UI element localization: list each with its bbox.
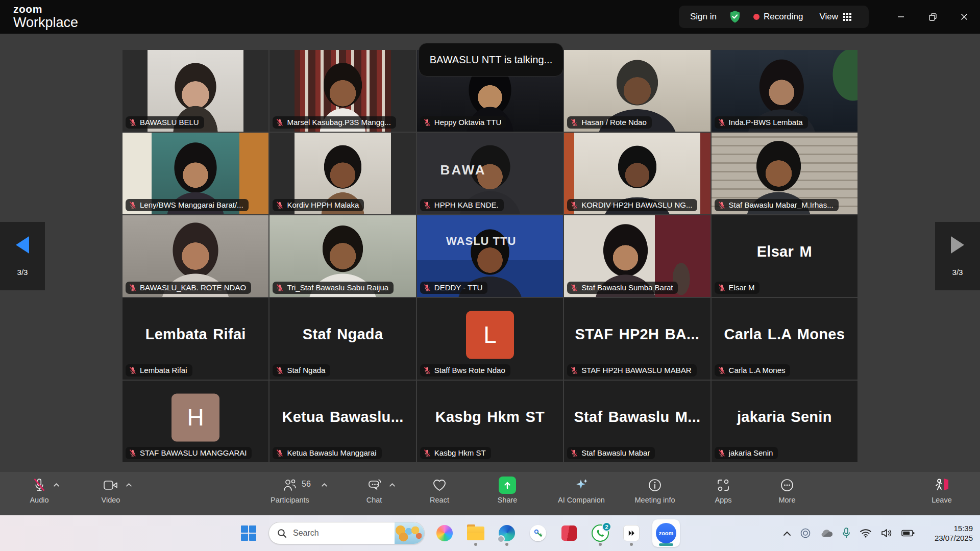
volume-icon[interactable] — [880, 528, 893, 538]
participant-name: HPPH KAB ENDE. — [434, 201, 499, 209]
prev-arrow-icon[interactable] — [16, 236, 29, 254]
key-icon — [533, 529, 543, 538]
participant-name-pill: Carla L.A Mones — [715, 364, 791, 377]
date-text: 23/07/2025 — [935, 533, 973, 543]
participant-tile-video[interactable]: Staf Bawaslu Sumba Barat — [564, 215, 710, 297]
participant-name-pill: KORDIV HP2H BAWASLU NG... — [567, 199, 697, 211]
participant-tile-name[interactable]: Lembata Rifai Lembata Rifai — [122, 298, 268, 380]
whatsapp-app-icon[interactable]: 2 — [589, 519, 611, 547]
participant-tile-name[interactable]: Kasbg Hkm ST Kasbg Hkm ST — [417, 381, 563, 462]
participant-name-pill: Heppy Oktavia TTU — [420, 116, 506, 129]
wifi-icon[interactable] — [860, 529, 872, 538]
meeting-info-button[interactable]: Meeting info — [622, 478, 688, 504]
audio-button[interactable]: Audio — [6, 478, 72, 504]
copilot-app-icon[interactable] — [433, 519, 456, 547]
security-shield-icon[interactable] — [729, 10, 741, 23]
participant-tile-video[interactable]: Hasan / Rote Ndao — [564, 50, 710, 132]
participants-button[interactable]: 56 Participants — [257, 478, 323, 504]
muted-mic-icon — [423, 284, 431, 292]
participant-tile-name[interactable]: Ketua Bawaslu... Ketua Bawaslu Manggarai — [270, 381, 415, 462]
chat-label: Chat — [366, 496, 382, 504]
participant-tile-video[interactable]: Marsel Kasubag.P3S Mangg... — [270, 50, 415, 132]
participant-name-pill: Inda.P-BWS Lembata — [715, 116, 808, 129]
share-label: Share — [498, 496, 518, 504]
participant-tile-name[interactable]: jakaria Senin jakaria Senin — [712, 381, 857, 462]
search-icon — [277, 529, 287, 538]
participant-tile-name[interactable]: Carla L.A Mones Carla L.A Mones — [712, 298, 857, 380]
participant-tile-name[interactable]: Elsar M Elsar M — [712, 215, 857, 297]
close-button[interactable] — [948, 0, 980, 34]
zoom-app-icon[interactable]: zoom — [651, 519, 681, 547]
participant-name-pill: STAF HP2H BAWASLU MABAR — [567, 364, 696, 377]
participant-name: DEDDY - TTU — [434, 283, 482, 292]
gallery-prev-page[interactable]: 3/3 — [0, 222, 45, 290]
participant-tile-video[interactable]: Tri_Staf Bawaslu Sabu Raijua — [270, 215, 415, 297]
participant-tile-video[interactable]: Leny/BWS Manggarai Barat/... — [122, 133, 268, 214]
audio-label: Audio — [30, 496, 48, 504]
participant-tile-name[interactable]: Staf Bawaslu M... Staf Bawaslu Mabar — [564, 381, 710, 462]
chat-menu-caret[interactable] — [389, 483, 396, 487]
participant-tile-name[interactable]: STAF HP2H BA... STAF HP2H BAWASLU MABAR — [564, 298, 710, 380]
participant-tile-avatar[interactable]: L Staff Bws Rote Ndao — [417, 298, 563, 380]
gallery-next-page[interactable]: 3/3 — [935, 222, 980, 290]
taskbar-clock[interactable]: 15:39 23/07/2025 — [935, 515, 973, 551]
react-button[interactable]: React — [406, 478, 473, 504]
video-label: Video — [102, 496, 120, 504]
view-button[interactable]: View — [819, 12, 852, 22]
capcut-glyph-icon — [627, 529, 636, 538]
participant-tile-video[interactable]: BAWASLU_KAB. ROTE NDAO — [122, 215, 268, 297]
camera-icon — [103, 479, 118, 491]
participant-display-name: Lembata Rifai — [122, 298, 268, 370]
next-arrow-icon[interactable] — [951, 236, 964, 254]
share-button[interactable]: Share — [474, 478, 541, 504]
sign-in-button[interactable]: Sign in — [690, 12, 717, 22]
participant-tile-video[interactable]: BAWASLU BELU — [122, 50, 268, 132]
participants-menu-caret[interactable] — [321, 483, 328, 487]
participant-tile-video[interactable]: Staf Bawaslu Mabar_M.Irhas... — [712, 133, 857, 214]
muted-mic-icon — [718, 118, 726, 127]
chat-button[interactable]: Chat — [341, 478, 407, 504]
participant-tile-video[interactable]: Inda.P-BWS Lembata — [712, 50, 857, 132]
battery-icon[interactable] — [901, 530, 915, 537]
taskbar-search[interactable]: Search — [268, 522, 425, 544]
tray-ring-icon[interactable] — [800, 528, 811, 539]
participant-name-pill: Kasbg Hkm ST — [420, 447, 491, 459]
red-app-icon[interactable] — [558, 519, 580, 547]
participant-name: Marsel Kasubag.P3S Mangg... — [287, 118, 390, 127]
video-button[interactable]: Video — [78, 478, 144, 504]
tray-overflow-chevron[interactable] — [783, 531, 791, 536]
time-text: 15:39 — [953, 523, 973, 534]
participant-display-name: Ketua Bawaslu... — [270, 381, 415, 453]
participant-name-pill: Ketua Bawaslu Manggarai — [273, 447, 381, 459]
avatar: L — [466, 311, 514, 359]
audio-menu-caret[interactable] — [53, 483, 60, 487]
muted-mic-icon — [423, 118, 431, 127]
participant-tile-video[interactable]: KORDIV HP2H BAWASLU NG... — [564, 133, 710, 214]
capcut-app-icon[interactable] — [620, 519, 643, 547]
leave-label: Leave — [932, 496, 952, 504]
participant-display-name: Carla L.A Mones — [712, 298, 857, 370]
participant-tile-video[interactable]: BAWA HPPH KAB ENDE. — [417, 133, 563, 214]
participant-name: Staf Bawaslu Mabar — [581, 448, 650, 457]
video-menu-caret[interactable] — [126, 483, 132, 487]
restore-button[interactable] — [917, 0, 948, 34]
participant-tile-avatar[interactable]: H STAF BAWASLU MANGGARAI — [122, 381, 268, 462]
password-key-app-icon[interactable] — [527, 519, 549, 547]
window-controls — [885, 0, 980, 34]
leave-button[interactable]: Leave — [909, 478, 975, 504]
participant-tile-video[interactable]: Kordiv HPPH Malaka — [270, 133, 415, 214]
search-highlight-art[interactable] — [395, 522, 424, 544]
apps-button[interactable]: Apps — [690, 478, 756, 504]
participant-tile-video[interactable]: WASLU TTU DEDDY - TTU — [417, 215, 563, 297]
view-label: View — [819, 12, 838, 22]
start-button[interactable] — [237, 519, 260, 547]
more-button[interactable]: More — [754, 478, 820, 504]
tray-mic-icon[interactable] — [842, 527, 851, 539]
muted-mic-icon — [276, 201, 284, 209]
edge-app-icon[interactable] — [496, 519, 518, 547]
onedrive-cloud-icon[interactable] — [820, 529, 833, 538]
file-explorer-app-icon[interactable] — [464, 519, 487, 547]
participant-tile-name[interactable]: Staf Ngada Staf Ngada — [270, 298, 415, 380]
minimize-button[interactable] — [885, 0, 917, 34]
ai-companion-button[interactable]: AI Companion — [548, 478, 615, 504]
